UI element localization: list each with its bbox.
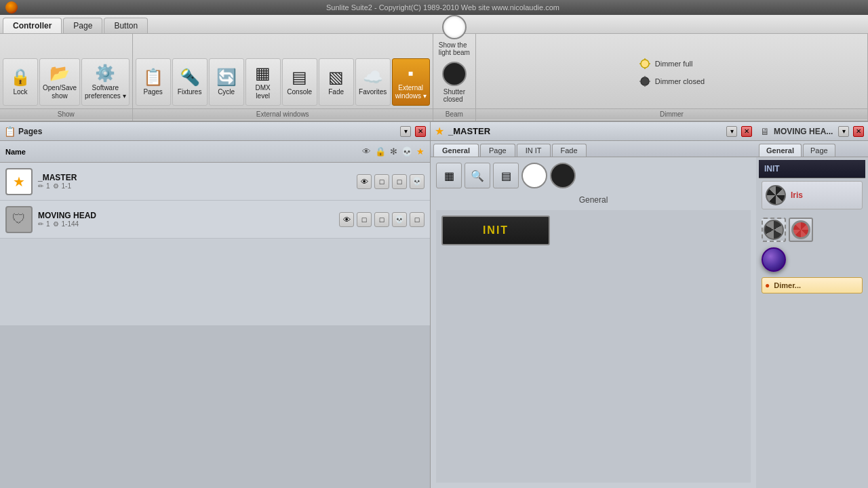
col-icons: 👁 🔒 ✻ 💀 ★ [362, 146, 425, 157]
master-square-btn2[interactable]: □ [392, 174, 407, 189]
fade-label: Fade [328, 88, 344, 96]
master-content: ▦ 🔍 ▤ General INIT [431, 157, 756, 488]
master-layout-btn[interactable]: ▤ [493, 163, 519, 188]
col-eye-icon[interactable]: 👁 [362, 146, 371, 157]
show-section: 🔒 Lock 📂 Open/Saveshow ⚙️ Softwareprefer… [0, 34, 133, 121]
master-black-circle-btn[interactable] [550, 163, 576, 188]
moving-sub1: 1 [46, 220, 50, 228]
lock-label: Lock [13, 88, 27, 96]
col-lock-icon[interactable]: 🔒 [375, 146, 386, 157]
master-eye-btn[interactable]: 👁 [357, 174, 372, 189]
dimmer-closed-item[interactable]: Dimmer closed [639, 75, 705, 87]
svg-point-5 [641, 77, 649, 85]
gear-icon: ⚙️ [95, 64, 115, 83]
master-grid-btn[interactable]: ▦ [436, 163, 462, 188]
iris-ctrl-icon [764, 220, 784, 240]
pages-dropdown-btn[interactable]: ▾ [400, 126, 411, 137]
dimmer-label: Dimer... [774, 281, 801, 289]
software-prefs-button[interactable]: ⚙️ Softwarepreferences ▾ [81, 58, 130, 106]
favorites-button[interactable]: ☁️ Favorites [355, 58, 391, 106]
pages-label: Pages [143, 88, 162, 96]
pages-empty-space [0, 325, 430, 488]
console-button[interactable]: ▤ Console [282, 58, 317, 106]
right-tab-page[interactable]: Page [803, 144, 835, 157]
pages-button[interactable]: 📋 Pages [136, 58, 171, 106]
external-windows-button[interactable]: ▪ Externalwindows ▾ [392, 58, 430, 106]
col-star-icon[interactable]: ★ [416, 146, 425, 157]
cycle-button[interactable]: 🔄 Cycle [209, 58, 244, 106]
fixtures-button[interactable]: 🔦 Fixtures [172, 58, 208, 106]
moving-square-btn2[interactable]: □ [374, 212, 389, 227]
tab-controller[interactable]: Controller [3, 18, 62, 33]
lock-icon: 🔒 [10, 68, 31, 87]
right-panel-title: MOVING HEA... [774, 127, 834, 136]
dmx-label: DMXlevel [256, 84, 271, 100]
tab-fade[interactable]: Fade [552, 144, 587, 157]
iris-icon-container [765, 184, 787, 206]
right-init-header: INIT [759, 160, 865, 178]
external-windows-icon: ▪ [408, 64, 414, 83]
master-info: _MASTER ✏ 1 ⚙ 1-1 [38, 173, 351, 190]
cycle-icon: 🔄 [216, 68, 237, 87]
tab-page-master[interactable]: Page [480, 144, 515, 157]
moving-eye-btn[interactable]: 👁 [339, 212, 354, 227]
moving-info: MOVING HEAD ✏ 1 ⚙ 1-144 [38, 211, 334, 228]
dimmer-closed-label: Dimmer closed [655, 77, 705, 85]
master-sub2: 1-1 [62, 182, 71, 190]
external-section-label: External windows [133, 108, 433, 119]
moving-square-btn3[interactable]: □ [410, 212, 425, 227]
dimmer-closed-icon [639, 75, 651, 87]
purple-ball-row [759, 245, 865, 274]
master-skull-btn[interactable]: 💀 [410, 174, 425, 189]
open-save-button[interactable]: 📂 Open/Saveshow [39, 58, 80, 106]
col-name-header: Name [5, 148, 357, 156]
master-search-btn[interactable]: 🔍 [465, 163, 490, 188]
moving-square-btn1[interactable]: □ [357, 212, 372, 227]
tab-general[interactable]: General [433, 144, 479, 157]
master-header-star: ★ [435, 125, 444, 138]
master-toolbar-row: ▦ 🔍 ▤ [436, 163, 751, 188]
right-header-icon: 🖥 [760, 126, 770, 137]
master-thumb: ★ [5, 168, 33, 195]
master-name: _MASTER [38, 173, 351, 182]
shutter-closed-button[interactable]: Shutterclosed [442, 62, 467, 103]
fixture-ctrl-dashed-1[interactable] [762, 218, 786, 242]
list-item: Iris [762, 181, 863, 209]
master-init-box[interactable]: INIT [441, 216, 550, 245]
right-tab-general[interactable]: General [759, 144, 802, 157]
col-skull-icon[interactable]: 💀 [401, 146, 412, 157]
right-dropdown-btn[interactable]: ▾ [838, 126, 849, 137]
iris-fixture-name: Iris [791, 190, 859, 200]
dimmer-full-item[interactable]: Dimmer full [639, 58, 693, 70]
software-prefs-label: Softwarepreferences ▾ [85, 84, 126, 100]
tab-button[interactable]: Button [104, 18, 148, 33]
fixture-ctrl-solid-1[interactable] [789, 218, 813, 242]
beam-white-circle [442, 15, 467, 39]
tab-page[interactable]: Page [63, 18, 102, 33]
purple-ball[interactable] [762, 247, 786, 272]
col-asterisk-icon[interactable]: ✻ [390, 146, 397, 157]
master-sub: ✏ 1 ⚙ 1-1 [38, 182, 351, 190]
dimmer-full-label: Dimmer full [655, 60, 693, 68]
table-row[interactable]: 🛡 MOVING HEAD ✏ 1 ⚙ 1-144 👁 □ □ 💀 [0, 201, 430, 239]
pages-close-btn[interactable]: ✕ [415, 126, 426, 137]
iris-icon [766, 185, 786, 205]
master-square-btn1[interactable]: □ [374, 174, 389, 189]
show-light-beam-button[interactable]: Show thelight beam [439, 15, 470, 56]
right-close-btn[interactable]: ✕ [853, 126, 864, 137]
moving-skull-btn[interactable]: 💀 [392, 212, 407, 227]
pages-title-area: 📋 Pages [4, 126, 396, 137]
toolbar: 🔒 Lock 📂 Open/Saveshow ⚙️ Softwareprefer… [0, 34, 868, 122]
moving-gear-icon: ⚙ [53, 220, 59, 228]
fade-button[interactable]: ▧ Fade [319, 58, 354, 106]
dmx-level-button[interactable]: ▦ DMXlevel [245, 58, 281, 106]
beam-section: Show thelight beam Shutterclosed Beam [433, 34, 476, 121]
master-white-circle-btn[interactable] [521, 163, 547, 188]
right-content: INIT Iris [756, 157, 868, 488]
master-close-btn[interactable]: ✕ [741, 126, 752, 137]
table-row[interactable]: ★ _MASTER ✏ 1 ⚙ 1-1 👁 □ □ 💀 [0, 163, 430, 201]
tab-init[interactable]: IN IT [517, 144, 551, 157]
master-dropdown-btn[interactable]: ▾ [726, 126, 737, 137]
lock-button[interactable]: 🔒 Lock [3, 58, 38, 106]
beam-black-circle [442, 62, 467, 86]
